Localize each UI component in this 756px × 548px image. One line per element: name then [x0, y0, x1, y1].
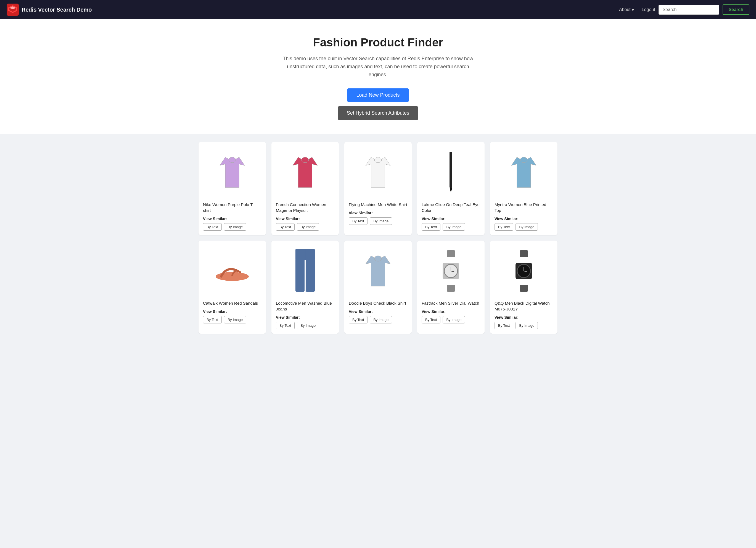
- product-image: [422, 147, 480, 197]
- product-card: Lakme Glide On Deep Teal Eye Color View …: [417, 142, 485, 235]
- by-text-button[interactable]: By Text: [203, 316, 222, 324]
- svg-rect-10: [374, 157, 382, 163]
- product-card: Q&Q Men Black Digital Watch M075-J001Y V…: [490, 240, 557, 334]
- by-text-button[interactable]: By Text: [276, 322, 295, 329]
- product-card: Doodle Boys Check Black Shirt View Simil…: [344, 240, 412, 334]
- logout-button[interactable]: Logout: [642, 7, 655, 12]
- view-similar-label: View Similar:: [203, 216, 227, 221]
- nav-right: Logout Search: [642, 4, 749, 15]
- similar-buttons: By Text By Image: [495, 322, 538, 329]
- chevron-down-icon: ▾: [632, 7, 634, 12]
- svg-marker-12: [450, 187, 452, 192]
- svg-rect-22: [447, 250, 455, 257]
- product-name: Flying Machine Men White Shirt: [349, 202, 407, 207]
- view-similar-label: View Similar:: [349, 310, 373, 314]
- navbar: Redis Vector Search Demo About ▾ Logout …: [0, 0, 756, 19]
- similar-buttons: By Text By Image: [203, 223, 246, 230]
- by-image-button[interactable]: By Image: [443, 223, 465, 230]
- view-similar-label: View Similar:: [495, 216, 519, 221]
- by-text-button[interactable]: By Text: [203, 223, 222, 230]
- by-image-button[interactable]: By Image: [443, 316, 465, 324]
- by-image-button[interactable]: By Image: [297, 322, 319, 329]
- similar-buttons: By Text By Image: [276, 223, 319, 230]
- product-name: Locomotive Men Washed Blue Jeans: [276, 300, 334, 312]
- view-similar-label: View Similar:: [495, 315, 519, 320]
- svg-rect-17: [295, 258, 305, 292]
- product-card: French Connection Women Magenta Playsuit…: [271, 142, 339, 235]
- product-name: Catwalk Women Red Sandals: [203, 300, 258, 306]
- svg-rect-8: [302, 157, 309, 163]
- product-image: [276, 147, 334, 197]
- product-name: Q&Q Men Black Digital Watch M075-J001Y: [495, 300, 553, 312]
- product-card: Flying Machine Men White Shirt View Simi…: [344, 142, 412, 235]
- svg-rect-14: [520, 157, 527, 163]
- by-text-button[interactable]: By Text: [349, 316, 368, 324]
- hybrid-search-button[interactable]: Set Hybrid Search Attributes: [338, 106, 418, 120]
- view-similar-label: View Similar:: [349, 211, 373, 215]
- about-label: About: [619, 7, 631, 12]
- similar-buttons: By Text By Image: [203, 316, 246, 324]
- product-image: [349, 246, 407, 296]
- view-similar-label: View Similar:: [276, 315, 300, 320]
- redis-logo-icon: [7, 4, 19, 16]
- svg-rect-28: [520, 250, 528, 257]
- search-input[interactable]: [659, 5, 719, 15]
- svg-rect-18: [306, 258, 315, 292]
- view-similar-label: View Similar:: [422, 310, 446, 314]
- product-card: Nike Women Purple Polo T-shirt View Simi…: [199, 142, 266, 235]
- svg-rect-23: [447, 285, 455, 292]
- by-text-button[interactable]: By Text: [495, 322, 513, 329]
- view-similar-label: View Similar:: [276, 216, 300, 221]
- product-image: [203, 246, 261, 296]
- by-image-button[interactable]: By Image: [370, 316, 392, 324]
- svg-rect-11: [450, 152, 452, 187]
- hero-section: Fashion Product Finder This demo uses th…: [0, 19, 756, 134]
- svg-rect-21: [374, 256, 382, 261]
- product-card: Myntra Women Blue Printed Top View Simil…: [490, 142, 557, 235]
- by-image-button[interactable]: By Image: [224, 316, 246, 324]
- similar-buttons: By Text By Image: [422, 223, 465, 230]
- view-similar-label: View Similar:: [422, 216, 446, 221]
- by-text-button[interactable]: By Text: [422, 316, 440, 324]
- product-image: [349, 147, 407, 197]
- product-name: Doodle Boys Check Black Shirt: [349, 300, 406, 306]
- by-image-button[interactable]: By Image: [516, 223, 538, 230]
- by-image-button[interactable]: By Image: [297, 223, 319, 230]
- product-image: [495, 246, 553, 296]
- svg-rect-29: [520, 285, 528, 292]
- brand-label: Redis Vector Search Demo: [22, 7, 92, 13]
- product-grid: Nike Women Purple Polo T-shirt View Simi…: [199, 142, 557, 334]
- product-card: Fastrack Men Silver Dial Watch View Simi…: [417, 240, 485, 334]
- hero-title: Fashion Product Finder: [6, 36, 750, 49]
- by-text-button[interactable]: By Text: [276, 223, 295, 230]
- view-similar-label: View Similar:: [203, 310, 227, 314]
- product-name: Myntra Women Blue Printed Top: [495, 202, 553, 213]
- by-image-button[interactable]: By Image: [370, 217, 392, 225]
- product-image: [495, 147, 553, 197]
- hero-description: This demo uses the built in Vector Searc…: [279, 55, 477, 78]
- product-image: [276, 246, 334, 296]
- by-text-button[interactable]: By Text: [349, 217, 368, 225]
- svg-rect-6: [229, 157, 236, 163]
- product-image: [203, 147, 261, 197]
- about-menu[interactable]: About ▾: [616, 5, 637, 15]
- nav-brand: Redis Vector Search Demo: [7, 4, 611, 16]
- similar-buttons: By Text By Image: [422, 316, 465, 324]
- product-name: Nike Women Purple Polo T-shirt: [203, 202, 261, 213]
- product-name: French Connection Women Magenta Playsuit: [276, 202, 334, 213]
- by-image-button[interactable]: By Image: [516, 322, 538, 329]
- product-name: Fastrack Men Silver Dial Watch: [422, 300, 479, 306]
- by-text-button[interactable]: By Text: [422, 223, 440, 230]
- load-products-button[interactable]: Load New Products: [347, 88, 408, 102]
- similar-buttons: By Text By Image: [349, 217, 392, 225]
- product-card: Catwalk Women Red Sandals View Similar: …: [199, 240, 266, 334]
- product-image: [422, 246, 480, 296]
- search-button[interactable]: Search: [723, 4, 749, 15]
- product-card: Locomotive Men Washed Blue Jeans View Si…: [271, 240, 339, 334]
- by-text-button[interactable]: By Text: [495, 223, 513, 230]
- product-name: Lakme Glide On Deep Teal Eye Color: [422, 202, 480, 213]
- similar-buttons: By Text By Image: [495, 223, 538, 230]
- similar-buttons: By Text By Image: [349, 316, 392, 324]
- products-section: Nike Women Purple Polo T-shirt View Simi…: [0, 134, 756, 342]
- by-image-button[interactable]: By Image: [224, 223, 246, 230]
